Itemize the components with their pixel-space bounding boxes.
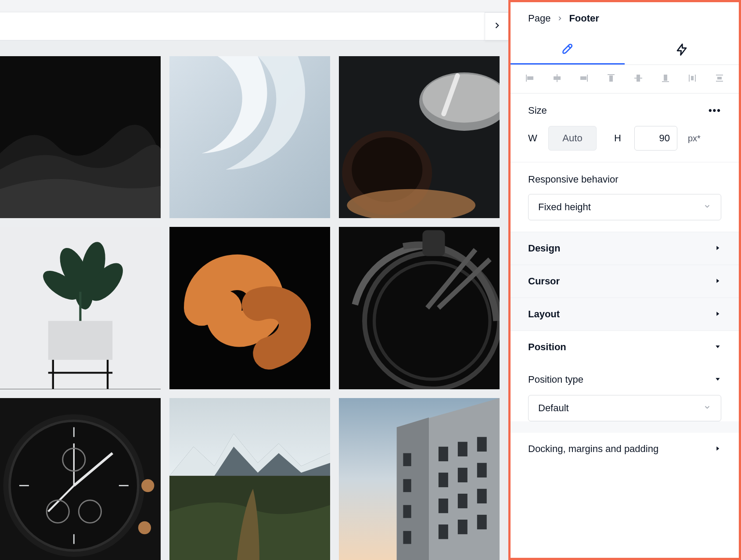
grid-tile[interactable] <box>339 398 500 560</box>
svg-rect-10 <box>48 321 112 360</box>
grid-tile[interactable] <box>0 398 161 560</box>
grid-tile[interactable] <box>339 56 500 218</box>
responsive-select[interactable]: Fixed height <box>528 194 721 220</box>
height-value: 90 <box>659 133 670 144</box>
position-type-select[interactable]: Default <box>528 395 721 421</box>
size-more-button[interactable]: ••• <box>709 105 721 116</box>
width-input[interactable]: Auto <box>548 126 597 151</box>
image-grid <box>0 56 508 560</box>
grid-tile[interactable] <box>0 227 161 389</box>
chevron-right-icon <box>557 13 563 24</box>
inspector-panel: Page Footer <box>508 0 741 560</box>
triangle-down-icon <box>714 374 721 385</box>
svg-rect-81 <box>718 77 721 79</box>
svg-rect-78 <box>691 76 693 80</box>
grid-tile[interactable] <box>169 56 330 218</box>
grid-tile[interactable] <box>339 227 500 389</box>
width-label: W <box>528 133 540 144</box>
grid-tile[interactable] <box>0 56 161 218</box>
distribute-h-icon <box>687 73 698 85</box>
accordion: Design Cursor Layout Position Position t… <box>511 232 739 461</box>
align-top-icon <box>606 73 616 85</box>
svg-marker-83 <box>716 279 719 283</box>
accordion-docking[interactable]: Docking, margins and padding <box>511 433 739 461</box>
tab-style[interactable] <box>511 36 625 65</box>
align-bottom-icon <box>660 73 671 85</box>
svg-rect-55 <box>477 488 487 503</box>
position-type-toggle[interactable]: Position type <box>528 374 721 385</box>
width-value: Auto <box>562 133 582 144</box>
triangle-right-icon <box>714 309 721 320</box>
svg-marker-86 <box>716 378 719 381</box>
triangle-down-icon <box>714 341 721 353</box>
distribute-h-button[interactable] <box>686 73 698 85</box>
height-unit: px* <box>688 133 701 144</box>
lightning-icon <box>675 43 688 58</box>
breadcrumb-current: Footer <box>569 13 599 24</box>
svg-rect-47 <box>439 446 448 461</box>
align-center-v-button[interactable] <box>632 73 644 85</box>
tab-interactions[interactable] <box>625 36 739 65</box>
svg-rect-65 <box>528 77 533 79</box>
position-type-label: Position type <box>528 374 583 385</box>
window-chrome-strip <box>0 0 508 12</box>
size-section: Size ••• W Auto H 90 px* <box>511 93 739 162</box>
triangle-right-icon <box>714 243 721 254</box>
accordion-position-label: Position <box>528 341 566 353</box>
accordion-design[interactable]: Design <box>511 232 739 265</box>
height-label: H <box>614 133 626 144</box>
svg-rect-67 <box>554 77 560 79</box>
svg-rect-71 <box>610 76 612 81</box>
align-center-h-button[interactable] <box>551 73 563 85</box>
svg-marker-84 <box>716 312 719 316</box>
align-center-h-icon <box>552 73 562 85</box>
svg-rect-75 <box>664 75 667 80</box>
distribute-v-button[interactable] <box>713 73 726 85</box>
distribute-v-icon <box>714 73 725 85</box>
svg-marker-46 <box>397 417 429 560</box>
svg-rect-49 <box>477 437 487 451</box>
svg-marker-82 <box>716 246 719 250</box>
brush-icon <box>561 43 574 57</box>
triangle-right-icon <box>714 276 721 287</box>
svg-marker-87 <box>716 446 719 450</box>
align-right-button[interactable] <box>578 73 590 85</box>
svg-rect-60 <box>403 479 411 492</box>
align-bottom-button[interactable] <box>659 73 672 85</box>
collapse-panel-button[interactable] <box>485 12 508 40</box>
accordion-docking-label: Docking, margins and padding <box>528 443 658 455</box>
svg-rect-61 <box>403 505 411 518</box>
chevron-down-icon <box>703 201 711 213</box>
svg-rect-51 <box>458 467 468 482</box>
triangle-right-icon <box>714 443 721 455</box>
svg-point-40 <box>141 479 154 492</box>
svg-point-41 <box>138 521 151 534</box>
accordion-position[interactable]: Position <box>511 330 739 363</box>
svg-rect-56 <box>439 524 448 539</box>
breadcrumb-parent[interactable]: Page <box>528 13 550 24</box>
size-label: Size <box>528 105 547 116</box>
align-center-v-icon <box>633 73 644 85</box>
svg-rect-24 <box>422 230 445 256</box>
svg-marker-63 <box>677 44 686 55</box>
height-input[interactable]: 90 <box>634 126 677 151</box>
accordion-cursor-label: Cursor <box>528 276 560 287</box>
svg-rect-48 <box>458 442 468 456</box>
responsive-section: Responsive behavior Fixed height <box>511 162 739 232</box>
svg-rect-52 <box>477 463 487 477</box>
align-left-button[interactable] <box>524 73 536 85</box>
svg-marker-85 <box>716 345 719 348</box>
chevron-right-icon <box>493 21 501 32</box>
accordion-design-label: Design <box>528 243 560 254</box>
align-top-button[interactable] <box>605 73 617 85</box>
grid-tile[interactable] <box>169 398 330 560</box>
accordion-cursor[interactable]: Cursor <box>511 265 739 298</box>
canvas-area <box>0 0 508 560</box>
svg-rect-53 <box>439 499 448 513</box>
toolbar-strip <box>0 12 508 40</box>
chevron-down-icon <box>703 402 711 414</box>
svg-rect-54 <box>458 494 468 508</box>
grid-tile[interactable] <box>169 227 330 389</box>
position-subsection: Position type Default <box>511 363 739 421</box>
accordion-layout[interactable]: Layout <box>511 298 739 330</box>
